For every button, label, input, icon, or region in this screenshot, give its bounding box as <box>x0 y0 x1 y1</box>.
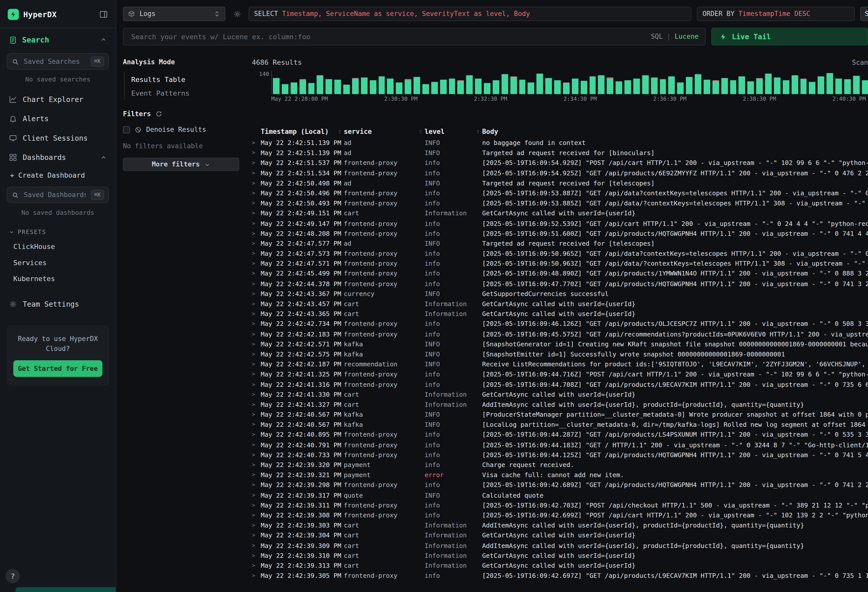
row-expand-icon[interactable]: > <box>252 218 261 229</box>
histogram-bar[interactable] <box>326 70 332 94</box>
log-row[interactable]: >May 22 2:42:47.573 PMfrontend-proxyinfo… <box>252 248 868 258</box>
presets-toggle[interactable]: PRESETS <box>0 223 116 239</box>
histogram-bar[interactable] <box>466 70 473 94</box>
log-row[interactable]: >May 22 2:42:40.733 PMfrontend-proxyinfo… <box>252 450 868 460</box>
row-expand-icon[interactable]: > <box>252 279 261 289</box>
row-expand-icon[interactable]: > <box>252 269 261 279</box>
histogram-bar[interactable] <box>695 70 701 94</box>
log-row[interactable]: >May 22 2:42:39.320 PMpaymentinfoCharge … <box>252 460 868 470</box>
histogram-bar[interactable] <box>862 70 868 94</box>
log-row[interactable]: >May 22 2:42:40.791 PMfrontend-proxyinfo… <box>252 440 868 450</box>
log-row[interactable]: >May 22 2:42:50.493 PMfrontend-proxyinfo… <box>252 198 868 208</box>
histogram-bar[interactable] <box>413 70 420 94</box>
log-row[interactable]: >May 22 2:42:39.298 PMfrontend-proxyinfo… <box>252 480 868 490</box>
log-row[interactable]: >May 22 2:42:49.151 PMcartInformationGet… <box>252 208 868 218</box>
chevron-up-icon[interactable] <box>100 37 107 43</box>
sidebar-item-team-settings[interactable]: Team Settings <box>0 294 116 314</box>
histogram-bar[interactable] <box>361 70 368 94</box>
histogram-bar[interactable] <box>747 70 754 94</box>
log-row[interactable]: >May 22 2:42:48.208 PMfrontend-proxyinfo… <box>252 229 868 239</box>
histogram-bar[interactable] <box>396 70 403 94</box>
denoise-checkbox[interactable] <box>123 126 130 133</box>
row-expand-icon[interactable]: > <box>252 229 261 239</box>
row-expand-icon[interactable]: > <box>252 500 261 510</box>
row-expand-icon[interactable]: > <box>252 530 261 540</box>
help-button[interactable]: ? <box>6 569 20 583</box>
refresh-icon[interactable] <box>155 111 162 117</box>
saved-searches-input[interactable]: ⌘K <box>7 53 109 70</box>
histogram-bar[interactable] <box>800 70 807 94</box>
histogram-bar[interactable] <box>616 70 622 94</box>
histogram-bar[interactable] <box>282 70 288 94</box>
histogram-bar[interactable] <box>572 70 578 94</box>
preset-clickhouse[interactable]: ClickHouse <box>0 239 116 254</box>
histogram-bar[interactable] <box>712 70 719 94</box>
histogram-bar[interactable] <box>422 70 429 94</box>
row-expand-icon[interactable]: > <box>252 258 261 269</box>
sql-mode-toggle[interactable]: SQL <box>651 32 663 40</box>
histogram-bar[interactable] <box>308 70 314 94</box>
row-expand-icon[interactable]: > <box>252 319 261 329</box>
log-row[interactable]: >May 22 2:42:42.571 PMkafkaINFO[Snapshot… <box>252 339 868 349</box>
histogram-bar[interactable] <box>651 70 657 94</box>
histogram-bar[interactable] <box>580 70 587 94</box>
histogram-bar[interactable] <box>756 70 763 94</box>
log-row[interactable]: >May 22 2:42:41.327 PMcartInformationAdd… <box>252 400 868 410</box>
log-row[interactable]: >May 22 2:42:50.498 PMadINFOTargeted ad … <box>252 178 868 188</box>
row-expand-icon[interactable]: > <box>252 470 261 480</box>
histogram-bar[interactable] <box>783 70 789 94</box>
histogram-bar[interactable] <box>273 70 279 94</box>
event-search-field[interactable] <box>130 32 646 41</box>
row-expand-icon[interactable]: > <box>252 168 261 178</box>
row-expand-icon[interactable]: > <box>252 349 261 359</box>
row-expand-icon[interactable]: > <box>252 551 261 561</box>
histogram-bar[interactable] <box>624 70 631 94</box>
log-row[interactable]: >May 22 2:42:39.311 PMfrontend-proxyinfo… <box>252 500 868 510</box>
histogram-bar[interactable] <box>844 70 851 94</box>
row-expand-icon[interactable]: > <box>252 239 261 249</box>
row-expand-icon[interactable]: > <box>252 520 261 530</box>
histogram-bar[interactable] <box>739 70 745 94</box>
log-row[interactable]: >May 22 2:42:43.457 PMcartInformationGet… <box>252 299 868 309</box>
log-row[interactable]: >May 22 2:42:40.567 PMkafkaINFO[LocalLog… <box>252 420 868 430</box>
histogram-bar[interactable] <box>704 70 710 94</box>
row-expand-icon[interactable]: > <box>252 158 261 168</box>
histogram-bar[interactable] <box>809 70 816 94</box>
log-row[interactable]: >May 22 2:42:39.313 PMcartInformationGet… <box>252 561 868 571</box>
saved-dashboards-input[interactable]: ⌘K <box>7 186 109 203</box>
search-button[interactable]: Search <box>860 7 868 21</box>
log-row[interactable]: >May 22 2:42:39.309 PMcartInformationAdd… <box>252 540 868 551</box>
log-row[interactable]: >May 22 2:42:45.499 PMfrontend-proxyinfo… <box>252 269 868 279</box>
histogram-bar[interactable] <box>721 70 728 94</box>
histogram-bar[interactable] <box>528 70 534 94</box>
column-resize-handle[interactable] <box>339 130 341 133</box>
log-row[interactable]: >May 22 2:42:43.365 PMcartInformationGet… <box>252 309 868 319</box>
histogram-bar[interactable] <box>475 70 481 94</box>
row-expand-icon[interactable]: > <box>252 389 261 400</box>
row-expand-icon[interactable]: > <box>252 329 261 339</box>
more-filters-button[interactable]: More filters <box>123 158 239 171</box>
column-header-service[interactable]: service <box>344 128 424 136</box>
row-expand-icon[interactable]: > <box>252 450 261 460</box>
log-row[interactable]: >May 22 2:42:39.303 PMcartInformationAdd… <box>252 520 868 530</box>
histogram-bar[interactable] <box>598 70 605 94</box>
log-row[interactable]: >May 22 2:42:47.577 PMadINFOTargeted ad … <box>252 239 868 249</box>
histogram-bar[interactable] <box>765 70 772 94</box>
log-row[interactable]: >May 22 2:42:44.378 PMfrontend-proxyinfo… <box>252 279 868 289</box>
row-expand-icon[interactable]: > <box>252 248 261 258</box>
histogram-bar[interactable] <box>369 70 376 94</box>
histogram-bar[interactable] <box>431 70 438 94</box>
histogram-bar[interactable] <box>352 70 359 94</box>
row-expand-icon[interactable]: > <box>252 490 261 500</box>
histogram-bar[interactable] <box>317 70 323 94</box>
histogram-bar[interactable] <box>818 70 824 94</box>
row-expand-icon[interactable]: > <box>252 480 261 490</box>
histogram-bar[interactable] <box>554 70 561 94</box>
row-expand-icon[interactable]: > <box>252 178 261 188</box>
row-expand-icon[interactable]: > <box>252 570 261 581</box>
log-row[interactable]: >May 22 2:42:42.183 PMfrontend-proxyinfo… <box>252 329 868 339</box>
histogram-bar[interactable] <box>484 70 490 94</box>
histogram-bar[interactable] <box>774 70 781 94</box>
row-expand-icon[interactable]: > <box>252 198 261 208</box>
log-row[interactable]: >May 22 2:42:40.895 PMfrontend-proxyinfo… <box>252 430 868 440</box>
